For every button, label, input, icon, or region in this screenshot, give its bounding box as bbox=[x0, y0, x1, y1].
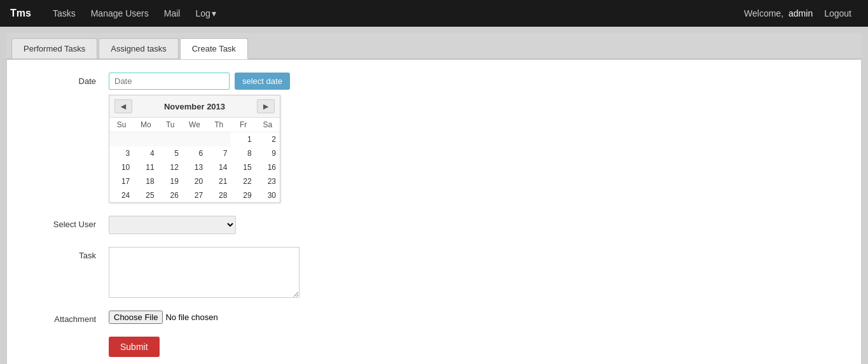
calendar-day[interactable]: 1 bbox=[231, 132, 255, 147]
app-brand: Tms bbox=[10, 8, 31, 19]
calendar-day[interactable]: 24 bbox=[109, 188, 134, 202]
tasks-link[interactable]: Tasks bbox=[46, 6, 82, 21]
date-control-wrap: select date ◄ November 2013 ► Su Mo bbox=[109, 73, 290, 203]
calendar-day[interactable]: 10 bbox=[109, 160, 134, 174]
log-dropdown[interactable]: Log ▾ bbox=[189, 6, 222, 21]
calendar-day bbox=[158, 132, 183, 147]
calendar-week: 24252627282930 bbox=[109, 188, 280, 202]
manage-users-link[interactable]: Manage Users bbox=[85, 6, 155, 21]
date-input[interactable] bbox=[109, 73, 230, 90]
logout-link[interactable]: Logout bbox=[818, 6, 858, 21]
submit-row: Submit bbox=[26, 337, 842, 357]
calendar-day[interactable]: 9 bbox=[256, 146, 280, 160]
content-area: Performed Tasks Assigned tasks Create Ta… bbox=[0, 27, 868, 364]
calendar-day[interactable]: 21 bbox=[207, 174, 231, 188]
calendar-day[interactable]: 7 bbox=[207, 146, 231, 160]
calendar-day[interactable]: 20 bbox=[183, 174, 207, 188]
tab-performed-tasks[interactable]: Performed Tasks bbox=[11, 38, 97, 59]
calendar-header: ◄ November 2013 ► bbox=[109, 95, 280, 118]
calendar-day[interactable]: 17 bbox=[109, 174, 134, 188]
admin-name: admin bbox=[789, 8, 813, 18]
tab-create-task[interactable]: Create Task bbox=[180, 38, 248, 59]
day-header-th: Th bbox=[207, 118, 231, 132]
calendar-day[interactable]: 26 bbox=[158, 188, 183, 202]
day-header-sa: Sa bbox=[256, 118, 280, 132]
calendar-day bbox=[183, 132, 207, 147]
select-user-label: Select User bbox=[26, 216, 109, 229]
day-header-mo: Mo bbox=[134, 118, 158, 132]
calendar-day[interactable]: 25 bbox=[134, 188, 158, 202]
calendar-day bbox=[109, 132, 134, 147]
calendar-next-button[interactable]: ► bbox=[257, 99, 275, 113]
calendar-week: 10111213141516 bbox=[109, 160, 280, 174]
date-row: Date select date ◄ November 2013 ► bbox=[26, 73, 842, 203]
select-date-button[interactable]: select date bbox=[235, 73, 290, 90]
calendar-day[interactable]: 4 bbox=[134, 146, 158, 160]
calendar-day[interactable]: 29 bbox=[231, 188, 255, 202]
tabs-bar: Performed Tasks Assigned tasks Create Ta… bbox=[6, 33, 862, 59]
navbar: Tms Tasks Manage Users Mail Log ▾ Welcom… bbox=[0, 0, 868, 27]
calendar-day[interactable]: 15 bbox=[231, 160, 255, 174]
calendar-day[interactable]: 2 bbox=[256, 132, 280, 147]
nav-right: Welcome, admin Logout bbox=[744, 6, 858, 21]
nav-links: Tasks Manage Users Mail Log ▾ bbox=[46, 6, 744, 21]
calendar-week: 12 bbox=[109, 132, 280, 147]
calendar-day[interactable]: 13 bbox=[183, 160, 207, 174]
day-header-fr: Fr bbox=[231, 118, 255, 132]
attachment-label: Attachment bbox=[26, 311, 109, 324]
calendar-prev-button[interactable]: ◄ bbox=[114, 99, 132, 113]
log-label: Log bbox=[195, 8, 210, 18]
mail-link[interactable]: Mail bbox=[158, 6, 187, 21]
calendar-day[interactable]: 12 bbox=[158, 160, 183, 174]
day-header-su: Su bbox=[109, 118, 134, 132]
date-input-row: select date bbox=[109, 73, 290, 90]
submit-button[interactable]: Submit bbox=[109, 337, 160, 357]
calendar: ◄ November 2013 ► Su Mo Tu We Th bbox=[109, 95, 280, 203]
calendar-day[interactable]: 18 bbox=[134, 174, 158, 188]
date-label: Date bbox=[26, 73, 109, 86]
calendar-day[interactable]: 30 bbox=[256, 188, 280, 202]
calendar-day-headers: Su Mo Tu We Th Fr Sa bbox=[109, 118, 280, 132]
task-control bbox=[109, 247, 300, 298]
calendar-day[interactable]: 16 bbox=[256, 160, 280, 174]
task-row: Task bbox=[26, 247, 842, 298]
day-header-we: We bbox=[183, 118, 207, 132]
tab-assigned-tasks[interactable]: Assigned tasks bbox=[99, 38, 178, 59]
calendar-month-year: November 2013 bbox=[164, 102, 225, 111]
attachment-row: Attachment bbox=[26, 311, 842, 324]
calendar-day[interactable]: 3 bbox=[109, 146, 134, 160]
attachment-input[interactable] bbox=[109, 311, 265, 324]
calendar-day[interactable]: 11 bbox=[134, 160, 158, 174]
calendar-week: 3456789 bbox=[109, 146, 280, 160]
calendar-week: 17181920212223 bbox=[109, 174, 280, 188]
calendar-day[interactable]: 22 bbox=[231, 174, 255, 188]
day-header-tu: Tu bbox=[158, 118, 183, 132]
calendar-day[interactable]: 28 bbox=[207, 188, 231, 202]
calendar-body: 1234567891011121314151617181920212223242… bbox=[109, 132, 280, 203]
calendar-day[interactable]: 19 bbox=[158, 174, 183, 188]
calendar-day[interactable]: 6 bbox=[183, 146, 207, 160]
calendar-day bbox=[134, 132, 158, 147]
task-label: Task bbox=[26, 247, 109, 260]
calendar-day bbox=[207, 132, 231, 147]
dropdown-caret-icon: ▾ bbox=[212, 8, 216, 18]
task-textarea[interactable] bbox=[109, 247, 300, 298]
select-user-row: Select User bbox=[26, 216, 842, 234]
calendar-day[interactable]: 14 bbox=[207, 160, 231, 174]
calendar-day[interactable]: 23 bbox=[256, 174, 280, 188]
calendar-day[interactable]: 27 bbox=[183, 188, 207, 202]
create-task-form: Date select date ◄ November 2013 ► bbox=[6, 59, 862, 364]
select-user-control bbox=[109, 216, 236, 234]
welcome-text: Welcome, bbox=[744, 8, 783, 18]
calendar-grid: Su Mo Tu We Th Fr Sa 1234567891011121314… bbox=[109, 118, 280, 202]
calendar-day[interactable]: 8 bbox=[231, 146, 255, 160]
select-user-dropdown[interactable] bbox=[109, 216, 236, 234]
calendar-day[interactable]: 5 bbox=[158, 146, 183, 160]
attachment-control bbox=[109, 311, 265, 324]
